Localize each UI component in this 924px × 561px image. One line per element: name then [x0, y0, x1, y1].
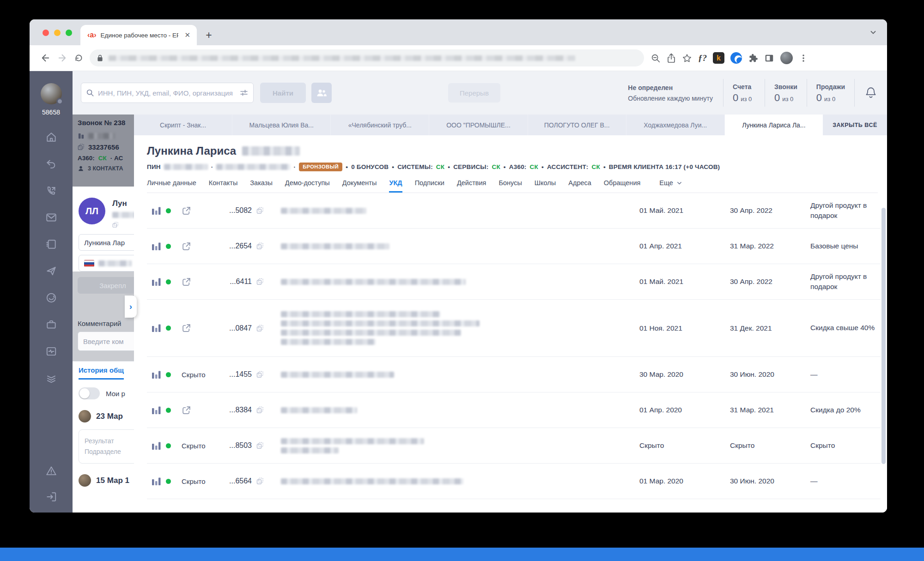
tab-демо-доступы[interactable]: Демо-доступы — [285, 179, 330, 193]
close-window-button[interactable] — [43, 30, 49, 36]
side-panel-icon[interactable] — [764, 53, 774, 63]
tab-документы[interactable]: Документы — [342, 179, 377, 193]
workspace-tab[interactable]: Скрипт - Знак... — [134, 115, 232, 135]
copy-icon[interactable] — [252, 242, 266, 250]
workspace-tab[interactable]: «Челябинский труб... — [331, 115, 429, 135]
activity-monitor-icon[interactable] — [45, 345, 58, 358]
copy-icon[interactable] — [252, 371, 266, 378]
search-icon — [86, 89, 94, 97]
history-entry[interactable]: 15 Мар 1 — [79, 474, 134, 487]
search-filters-icon[interactable] — [239, 88, 249, 97]
notifications[interactable] — [854, 79, 877, 107]
status-title: Не определен — [628, 84, 713, 91]
chrome-tab-bar: ‹a› Единое рабочее место - ЕРМ ✕ + — [30, 19, 887, 45]
undo-reply-icon[interactable] — [45, 157, 58, 170]
contacts-count[interactable]: 3 КОНТАКТА — [88, 165, 123, 172]
zoom-out-icon[interactable] — [650, 53, 661, 63]
tab-history[interactable]: История общ — [79, 366, 124, 380]
external-link-icon[interactable] — [182, 405, 210, 415]
outgoing-call-icon[interactable] — [45, 184, 58, 197]
new-tab-button[interactable]: + — [201, 28, 216, 42]
url-bar[interactable] — [90, 49, 644, 66]
search-input[interactable] — [81, 83, 254, 103]
exit-icon[interactable] — [45, 490, 58, 503]
forward-icon[interactable] — [54, 50, 70, 66]
bookmark-star-icon[interactable] — [682, 53, 692, 63]
external-link-icon[interactable] — [182, 241, 210, 251]
table-scrollbar[interactable] — [881, 208, 886, 464]
warning-icon[interactable] — [45, 464, 58, 477]
document-icon[interactable] — [45, 238, 58, 251]
separator-dot: · — [293, 163, 296, 170]
pin-button[interactable]: Закрепл — [78, 277, 134, 294]
tab-укд[interactable]: УКД — [389, 179, 402, 193]
people-search-button[interactable] — [311, 83, 332, 103]
browser-tab[interactable]: ‹a› Единое рабочее место - ЕРМ ✕ — [80, 25, 197, 45]
comment-input[interactable]: Введите ком — [78, 332, 134, 351]
tab-личные-данные[interactable]: Личные данные — [147, 179, 196, 193]
tab-заказы[interactable]: Заказы — [250, 179, 272, 193]
blue-extension-icon[interactable] — [730, 52, 742, 64]
copy-icon[interactable] — [252, 442, 266, 449]
panel-expander-chevron[interactable]: › — [125, 296, 137, 318]
ukd-value-redacted — [216, 164, 290, 170]
copy-icon[interactable] — [252, 325, 266, 332]
tab-бонусы[interactable]: Бонусы — [498, 179, 522, 193]
tab-действия[interactable]: Действия — [457, 179, 486, 193]
share-icon[interactable] — [667, 53, 676, 64]
browser-profile-avatar[interactable] — [780, 52, 793, 64]
copy-icon[interactable] — [252, 278, 266, 285]
external-link-icon[interactable] — [182, 277, 210, 287]
agent-status[interactable]: Не определен Обновление каждую минуту — [628, 79, 723, 107]
headset-support-icon[interactable] — [45, 291, 58, 304]
external-link-icon[interactable] — [182, 323, 210, 333]
copy-icon[interactable] — [78, 144, 85, 151]
layers-icon[interactable] — [45, 372, 58, 385]
tab-обращения[interactable]: Обращения — [604, 179, 641, 193]
history-result-label: Результат — [85, 436, 134, 446]
workspace-tab[interactable]: Лункина Лариса Ла... — [725, 115, 823, 135]
table-row: Скрыто...145530 Мар. 202030 Июн. 2020— — [147, 357, 881, 392]
workspace-tab[interactable]: ООО "ПРОМЫШЛЕ... — [429, 115, 528, 135]
workspace-tab[interactable]: ПОЛОГУТО ОЛЕГ В... — [528, 115, 626, 135]
workspace-tab[interactable]: Ходжахмедова Луи... — [626, 115, 725, 135]
reload-icon[interactable] — [70, 50, 87, 66]
tab-search-chevron-icon[interactable] — [869, 29, 877, 36]
extensions-puzzle-icon[interactable] — [748, 53, 758, 63]
tab-more[interactable]: Еще — [659, 179, 682, 193]
external-link-icon[interactable] — [182, 206, 210, 216]
find-button[interactable]: Найти — [260, 83, 306, 103]
description-redacted — [266, 243, 629, 249]
copy-icon[interactable] — [252, 207, 266, 214]
tab-школы[interactable]: Школы — [535, 179, 556, 193]
minimize-window-button[interactable] — [54, 30, 61, 36]
my-records-toggle[interactable] — [79, 387, 100, 399]
tab-подписки[interactable]: Подписки — [415, 179, 444, 193]
send-icon[interactable] — [45, 265, 58, 277]
copy-icon[interactable] — [112, 222, 119, 228]
workspace-tab[interactable]: Мальцева Юлия Ва... — [232, 115, 331, 135]
active-status-dot — [166, 479, 171, 484]
tab-контакты[interactable]: Контакты — [209, 179, 238, 193]
client-phone-field[interactable] — [79, 255, 134, 271]
history-card[interactable]: Результат Подразделе — [79, 429, 134, 464]
agent-avatar[interactable] — [41, 83, 62, 104]
k-extension-icon[interactable]: k — [713, 52, 724, 64]
fn-extension-icon[interactable]: ƒ? — [698, 53, 707, 63]
break-button[interactable]: Перерыв — [448, 83, 500, 103]
history-entry[interactable]: 23 Мар — [79, 410, 134, 422]
mail-icon[interactable] — [45, 211, 58, 224]
close-all-tabs-button[interactable]: ЗАКРЫТЬ ВСЁ — [823, 115, 887, 135]
home-icon[interactable] — [45, 131, 58, 144]
client-name-field[interactable]: Лункина Лар — [79, 234, 134, 251]
back-icon[interactable] — [37, 50, 54, 66]
briefcase-icon[interactable] — [45, 318, 58, 331]
copy-icon[interactable] — [252, 477, 266, 485]
tab-адреса[interactable]: Адреса — [568, 179, 591, 193]
copy-icon[interactable] — [252, 406, 266, 414]
tab-close-icon[interactable]: ✕ — [182, 30, 192, 40]
browser-menu-kebab-icon[interactable] — [799, 54, 808, 63]
zoom-window-button[interactable] — [66, 30, 72, 36]
end-date: 30 Апр. 2022 — [720, 277, 810, 286]
chart-bars-icon — [147, 206, 166, 215]
